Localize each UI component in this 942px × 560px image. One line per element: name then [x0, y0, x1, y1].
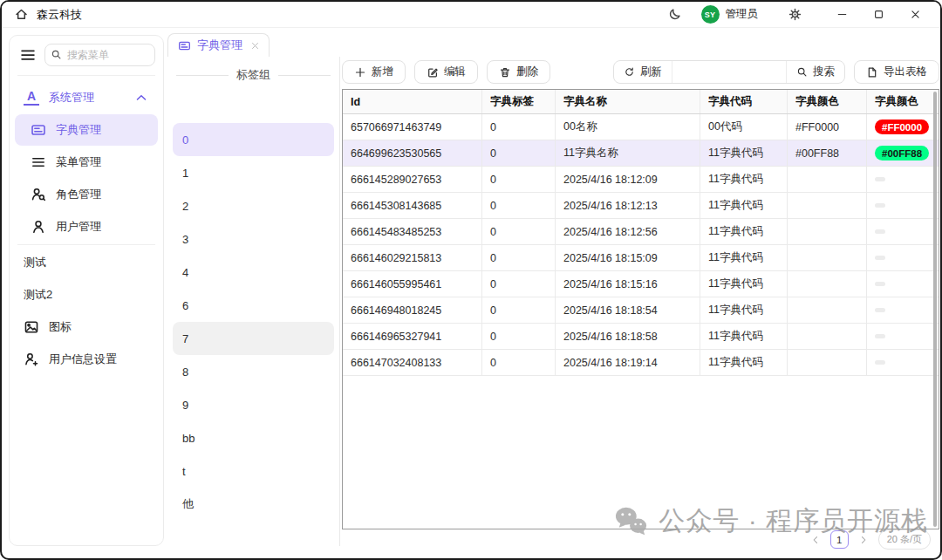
cell-dict-code: 11字典代码: [700, 219, 788, 244]
sidebar-item-test2[interactable]: 测试2: [15, 279, 158, 311]
hamburger-icon[interactable]: [19, 46, 37, 64]
minimize-button[interactable]: [829, 5, 855, 24]
sidebar-item-dict-management[interactable]: 字典管理: [15, 114, 158, 146]
table-row[interactable]: 66614530814368502025/4/16 18:12:1311字典代码: [343, 193, 939, 219]
table-row[interactable]: 66614548348525302025/4/16 18:12:5611字典代码: [343, 219, 939, 245]
prev-page-icon[interactable]: [810, 535, 821, 545]
tab-dict-management[interactable]: 字典管理: [167, 33, 270, 57]
tag-item-3[interactable]: 3: [173, 222, 334, 256]
sidebar-divider: [17, 75, 155, 76]
table-row[interactable]: 66614694801824502025/4/16 18:18:5411字典代码: [343, 297, 939, 324]
tag-item-6[interactable]: 6: [173, 289, 334, 322]
color-badge: #00FF88: [875, 146, 929, 160]
cell-dict-name: 2025/4/16 18:18:58: [556, 324, 700, 349]
tag-item-2[interactable]: 2: [173, 189, 334, 222]
sidebar-item-system-management[interactable]: A系统管理: [15, 82, 158, 113]
empty-color-chip: [875, 360, 885, 365]
table-row[interactable]: 657066971463749000名称00代码#FF0000#FF0000: [343, 114, 939, 140]
cell-id: 666146965327941: [343, 324, 482, 349]
tag-item-bb[interactable]: bb: [173, 421, 334, 454]
dark-mode-toggle-icon[interactable]: [667, 7, 682, 22]
export-button[interactable]: 导出表格: [854, 60, 939, 84]
tag-item-t[interactable]: t: [173, 454, 334, 488]
edit-button-label: 编辑: [444, 65, 466, 79]
tab-label: 字典管理: [197, 38, 242, 53]
sidebar-item-label: 角色管理: [56, 187, 101, 202]
menu-icon: [31, 154, 46, 170]
table-search-input[interactable]: [672, 61, 787, 83]
avatar[interactable]: SY: [701, 5, 720, 24]
table-row[interactable]: 66614696532794102025/4/16 18:18:5811字典代码: [343, 324, 939, 350]
tag-item-1[interactable]: 1: [173, 156, 334, 189]
plus-icon: [354, 66, 366, 79]
sidebar-item-label: 系统管理: [49, 90, 94, 106]
page-number[interactable]: 1: [830, 530, 849, 549]
cell-dict-color-text: [788, 245, 867, 270]
search-icon: [51, 49, 62, 60]
add-button[interactable]: 新增: [342, 60, 406, 84]
table-row[interactable]: 66614605599546102025/4/16 18:15:1611字典代码: [343, 271, 939, 297]
table-row[interactable]: 664699623530565011字典名称11字典代码#00FF88#00FF…: [343, 140, 939, 167]
empty-color-chip: [875, 229, 885, 234]
sidebar-item-user-management[interactable]: 用户管理: [15, 211, 158, 242]
tab-close-icon[interactable]: [250, 41, 260, 51]
add-button-label: 新增: [372, 65, 393, 79]
maximize-icon: [873, 9, 884, 20]
sidebar-item-label: 测试: [24, 255, 46, 270]
sidebar-item-role-management[interactable]: 角色管理: [15, 179, 158, 210]
cell-dict-tag: 0: [482, 324, 556, 349]
home-icon[interactable]: [14, 7, 29, 22]
sidebar-item-icons[interactable]: 图标: [15, 311, 158, 343]
cell-dict-code: 11字典代码: [700, 324, 788, 349]
menu-search: [44, 44, 155, 66]
sidebar-item-menu-management[interactable]: 菜单管理: [15, 147, 158, 178]
tag-item-4[interactable]: 4: [173, 256, 334, 289]
cell-dict-color-badge: [867, 219, 939, 244]
cell-id: 666146055995461: [343, 271, 482, 297]
dict-icon: [31, 122, 46, 138]
sidebar-item-user-info-settings[interactable]: 用户信息设置: [15, 344, 158, 375]
edit-button[interactable]: 编辑: [414, 60, 478, 84]
tag-item-7[interactable]: 7: [173, 322, 334, 355]
sidebar: A系统管理字典管理菜单管理角色管理用户管理测试测试2图标用户信息设置: [9, 35, 164, 546]
minimize-icon: [836, 9, 848, 20]
cell-dict-color-badge: [867, 350, 939, 375]
maximize-button[interactable]: [865, 5, 891, 24]
app-title: 森云科技: [37, 7, 82, 23]
table-row[interactable]: 66614602921581302025/4/16 18:15:0911字典代码: [343, 245, 939, 271]
cell-id: 657066971463749: [343, 114, 482, 140]
trash-icon: [499, 66, 511, 79]
tag-list: 012346789bbt他: [167, 123, 339, 521]
table-row[interactable]: 66614703240813302025/4/16 18:19:1411字典代码: [343, 350, 939, 376]
sidebar-item-label: 用户信息设置: [49, 352, 117, 367]
page-size-select[interactable]: 20 条/页: [878, 529, 931, 550]
next-page-icon[interactable]: [858, 535, 869, 545]
refresh-button[interactable]: 刷新: [614, 61, 672, 83]
letter-a-icon: A: [24, 90, 39, 106]
export-file-icon: [866, 66, 878, 79]
delete-button[interactable]: 删除: [487, 60, 550, 84]
titlebar-right: SY 管理员: [667, 5, 929, 24]
cell-dict-color-badge: [867, 193, 939, 218]
toolbar: 新增 编辑 删除 刷新 搜索: [342, 60, 939, 84]
tag-item-9[interactable]: 9: [173, 388, 334, 421]
table-scrollbar[interactable]: [933, 92, 937, 527]
column-header-0: Id: [343, 90, 482, 113]
cell-dict-code: 11字典代码: [700, 271, 788, 297]
refresh-button-label: 刷新: [640, 65, 662, 79]
tag-item-0[interactable]: 0: [173, 123, 334, 156]
tag-item-他[interactable]: 他: [173, 488, 334, 521]
search-button[interactable]: 搜索: [787, 61, 844, 83]
tag-item-8[interactable]: 8: [173, 355, 334, 388]
export-button-label: 导出表格: [884, 65, 927, 79]
column-header-3: 字典代码: [700, 90, 788, 113]
sidebar-item-test[interactable]: 测试: [15, 247, 158, 278]
gear-icon[interactable]: [788, 7, 802, 22]
cell-dict-name: 2025/4/16 18:12:56: [556, 219, 700, 244]
color-badge: #FF0000: [875, 120, 929, 134]
cell-dict-color-text: #FF0000: [788, 114, 867, 140]
cell-dict-color-text: #00FF88: [788, 140, 867, 166]
table-row[interactable]: 66614528902765302025/4/16 18:12:0911字典代码: [343, 167, 939, 193]
table-header-row: Id字典标签字典名称字典代码字典颜色字典颜色: [343, 90, 939, 114]
close-button[interactable]: [902, 5, 928, 24]
